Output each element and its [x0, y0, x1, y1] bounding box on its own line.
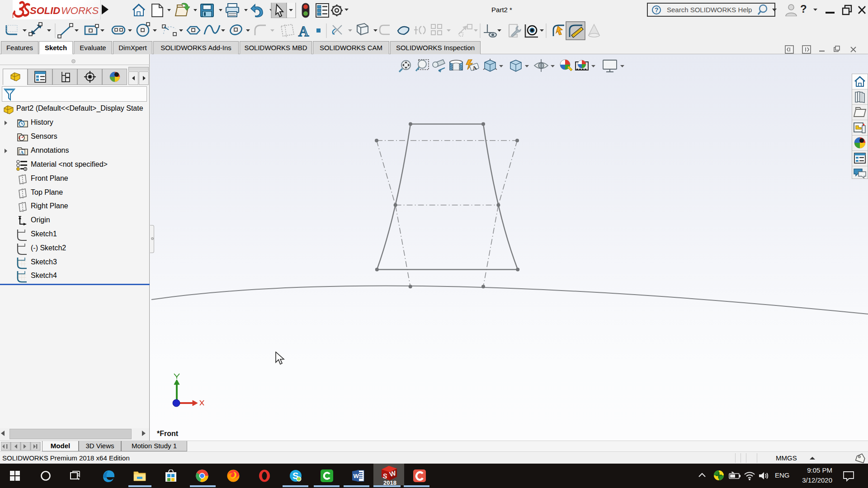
svg-text:2018: 2018 — [383, 479, 396, 486]
svg-text:SOLID: SOLID — [30, 5, 60, 16]
svg-text:W: W — [354, 473, 359, 479]
svg-text:A: A — [298, 23, 309, 39]
svg-text:WORKS: WORKS — [61, 5, 99, 16]
svg-text:?: ? — [655, 6, 659, 14]
svg-text:A: A — [20, 150, 24, 155]
